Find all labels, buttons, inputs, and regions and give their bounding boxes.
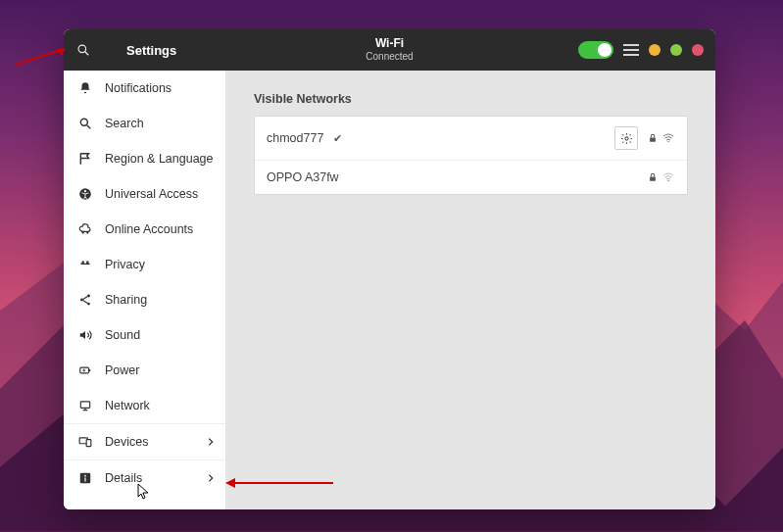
svg-rect-15: [86, 440, 91, 447]
power-icon: [77, 363, 93, 378]
lock-icon: [648, 171, 658, 183]
sidebar-item-universal-access[interactable]: Universal Access: [64, 176, 225, 212]
sidebar-item-region-language[interactable]: Region & Language: [64, 141, 225, 176]
titlebar: Settings Wi-Fi Connected: [64, 29, 715, 71]
accessibility-icon: [77, 186, 93, 202]
flag-icon: [77, 151, 93, 167]
sidebar-item-label: Devices: [105, 435, 148, 449]
svg-rect-22: [650, 177, 656, 181]
network-status-icons: [648, 132, 675, 144]
svg-line-1: [85, 52, 89, 56]
header-title-left: Settings: [126, 43, 176, 58]
svg-point-17: [84, 475, 86, 477]
sidebar-item-notifications[interactable]: Notifications: [64, 71, 225, 106]
sidebar-item-privacy[interactable]: Privacy: [64, 247, 225, 282]
wifi-toggle[interactable]: [578, 41, 613, 59]
header-title-center: Wi-Fi Connected: [366, 37, 413, 62]
volume-icon: [77, 327, 93, 343]
svg-rect-12: [89, 369, 90, 371]
svg-line-3: [87, 125, 91, 129]
sidebar-item-details[interactable]: Details: [64, 459, 225, 496]
svg-point-7: [86, 231, 88, 233]
lock-icon: [648, 132, 658, 144]
sidebar-item-sharing[interactable]: Sharing: [64, 282, 225, 317]
svg-line-24: [16, 49, 65, 65]
share-icon: [77, 292, 93, 308]
network-name: OPPO A37fw: [267, 170, 339, 184]
privacy-icon: [77, 257, 93, 272]
header-page-title: Wi-Fi: [366, 37, 413, 51]
sidebar-item-label: Power: [105, 363, 139, 377]
wifi-signal-icon: [661, 171, 675, 183]
chevron-right-icon: [206, 437, 216, 447]
network-row-chmod777[interactable]: chmod777 ✔: [255, 117, 687, 161]
network-settings-button[interactable]: [614, 126, 638, 150]
network-icon: [77, 398, 93, 413]
sidebar-item-label: Region & Language: [105, 152, 214, 166]
search-icon: [77, 116, 93, 131]
sidebar-item-network[interactable]: Network: [64, 388, 225, 423]
window-close-button[interactable]: [692, 44, 704, 56]
wifi-signal-icon: [661, 132, 675, 144]
connected-check-icon: ✔: [333, 132, 342, 145]
chevron-right-icon: [206, 473, 216, 483]
cloud-accounts-icon: [77, 221, 93, 237]
sidebar-item-label: Notifications: [105, 81, 171, 95]
svg-point-19: [624, 136, 627, 139]
svg-rect-18: [84, 477, 85, 481]
info-icon: [77, 470, 93, 486]
sidebar-item-label: Privacy: [105, 258, 145, 271]
content-pane: Visible Networks chmod777 ✔ OPPO A37fw: [226, 71, 715, 509]
hamburger-menu-button[interactable]: [623, 44, 639, 56]
sidebar-item-power[interactable]: Power: [64, 353, 225, 388]
network-name: chmod777: [267, 131, 323, 145]
sidebar-item-online-accounts[interactable]: Online Accounts: [64, 212, 225, 247]
sidebar-item-label: Search: [105, 117, 144, 130]
header-search-button[interactable]: [64, 29, 103, 71]
svg-point-0: [78, 45, 86, 53]
section-title: Visible Networks: [254, 92, 688, 106]
sidebar-item-label: Online Accounts: [105, 222, 193, 236]
settings-window: Settings Wi-Fi Connected Notifications S…: [64, 29, 715, 509]
devices-icon: [77, 434, 93, 450]
sidebar-item-sound[interactable]: Sound: [64, 317, 225, 353]
svg-point-5: [84, 190, 86, 192]
svg-point-23: [667, 180, 669, 182]
network-status-icons: [648, 171, 675, 183]
sidebar-item-label: Sound: [105, 328, 140, 342]
svg-point-21: [667, 141, 669, 143]
svg-point-6: [82, 231, 84, 233]
svg-rect-13: [80, 402, 89, 408]
gear-icon: [620, 132, 633, 145]
network-list: chmod777 ✔ OPPO A37fw: [254, 116, 688, 195]
sidebar-item-label: Network: [105, 399, 150, 412]
sidebar-item-label: Universal Access: [105, 187, 198, 201]
sidebar: Notifications Search Region & Language U…: [64, 71, 226, 509]
window-maximize-button[interactable]: [670, 44, 682, 56]
window-minimize-button[interactable]: [649, 44, 661, 56]
svg-rect-20: [650, 138, 656, 142]
svg-point-2: [80, 119, 87, 125]
sidebar-item-search[interactable]: Search: [64, 106, 225, 141]
search-icon: [76, 43, 90, 57]
header-subtitle: Connected: [366, 51, 413, 63]
sidebar-item-label: Sharing: [105, 293, 147, 307]
sidebar-item-devices[interactable]: Devices: [64, 423, 225, 459]
network-row-oppo[interactable]: OPPO A37fw: [255, 161, 687, 194]
bell-icon: [77, 80, 93, 96]
sidebar-item-label: Details: [105, 471, 142, 485]
